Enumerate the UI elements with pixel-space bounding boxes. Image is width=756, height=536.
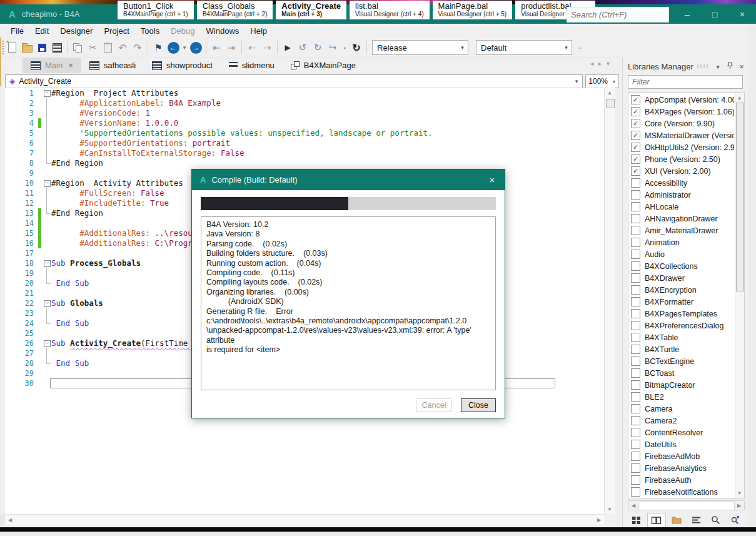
menu-project[interactable]: Project [98,26,134,36]
library-checkbox[interactable] [631,238,640,247]
lib-scroll-left-icon[interactable]: ◀ [628,501,638,510]
comment-icon[interactable]: ⇠ [244,40,260,55]
run-icon[interactable]: ▶ [280,40,295,55]
library-filter-input[interactable] [628,78,738,86]
library-checkbox[interactable] [631,226,640,235]
library-checkbox[interactable]: ✓ [631,166,640,176]
library-checkbox[interactable] [631,404,640,413]
library-checkbox[interactable] [631,440,640,449]
library-checkbox[interactable] [631,368,640,378]
library-item[interactable]: B4XCollections [631,260,734,272]
search-input[interactable] [567,10,686,19]
library-item[interactable]: Camera2 [631,415,734,427]
library-item[interactable]: FirebaseAdMob [631,450,734,462]
library-checkbox[interactable] [631,380,640,390]
export-project-icon[interactable] [49,40,64,55]
library-item[interactable]: Administrator [631,189,734,201]
library-checkbox[interactable] [631,250,640,259]
find-panel-icon[interactable] [707,513,724,527]
bookmark-icon[interactable]: ⚑ [151,40,166,55]
dialog-close-icon[interactable]: × [480,174,505,185]
library-item[interactable]: BitmapCreator [631,379,734,391]
nav-history-dropdown-icon[interactable]: ▾ [181,40,188,55]
library-item[interactable]: BCToast [631,367,734,379]
library-checkbox[interactable] [631,202,640,211]
close-button[interactable]: × [728,4,756,24]
library-item[interactable]: B4XPreferencesDialog [631,320,734,331]
library-checkbox[interactable]: ✓ [631,95,640,104]
menu-tools[interactable]: Tools [135,26,165,36]
libraries-list[interactable]: ▲ ▼ ✓AppCompat (Version: 4.00)✓B4XPages … [628,92,745,498]
library-item[interactable]: BLE2 [631,391,734,403]
zoom-dropdown-icon[interactable]: ▾ [610,79,618,84]
library-checkbox[interactable] [631,475,640,485]
library-checkbox[interactable]: ✓ [631,154,640,164]
scroll-up-icon[interactable]: ▲ [605,88,615,98]
files-panel-icon[interactable] [668,513,685,527]
library-item[interactable]: ✓Core (Version: 9.90) [631,118,734,129]
paste-icon[interactable] [100,40,115,55]
library-checkbox[interactable] [631,261,640,271]
panel-drag-handle[interactable] [697,64,709,68]
library-item[interactable]: ContentResolver [631,427,734,438]
library-checkbox[interactable] [631,392,640,402]
new-file-icon[interactable] [4,40,19,55]
library-item[interactable]: B4XPagesTemplates [631,308,734,320]
library-checkbox[interactable] [631,190,640,200]
lib-scroll-up-icon[interactable]: ▲ [735,93,743,103]
library-item[interactable]: Camera [631,403,734,415]
step-over-icon[interactable]: ↻ [310,40,325,55]
quick-tab[interactable]: Button1_ClickB4XMainPage (ctrl + 1) [118,1,194,19]
compile-dialog-titlebar[interactable]: A Compile (Build: Default) × [192,169,505,190]
libraries-vertical-scrollbar[interactable]: ▲ ▼ [735,93,744,498]
library-checkbox[interactable] [631,214,640,223]
fold-collapse-icon[interactable]: − [44,260,51,267]
tab-scroll-right-icon[interactable]: ▸ [598,60,602,67]
fold-collapse-icon[interactable]: − [44,340,51,347]
library-checkbox[interactable] [631,333,640,342]
library-checkbox[interactable]: ✓ [631,119,640,128]
build-mode-select[interactable]: Default▾ [476,40,572,55]
library-checkbox[interactable] [631,309,640,318]
maximize-button[interactable]: □ [701,4,728,24]
panel-close-icon[interactable]: × [737,62,747,71]
step-out-icon[interactable]: ↪ [325,40,340,55]
editor-vscroll-thumb[interactable] [606,99,615,108]
lib-scroll-down-icon[interactable]: ▼ [735,488,743,498]
quick-tab[interactable]: MainPage.balVisual Designer (ctrl + 5) [433,1,513,19]
library-item[interactable]: DateUtils [631,438,734,450]
editor-zoom-select[interactable]: 100% ▾ [585,74,619,88]
module-tab-showproduct[interactable]: showproduct [144,58,221,73]
library-item[interactable]: ✓AppCompat (Version: 4.00) [631,94,734,106]
search-box[interactable] [567,7,669,23]
menu-windows[interactable]: Windows [201,26,245,36]
step-into-icon[interactable]: ↺ [295,40,310,55]
library-item[interactable]: ✓B4XPages (Version: 1.06) [631,106,734,118]
module-tab-slidmenu[interactable]: slidmenu [221,58,283,73]
menu-designer[interactable]: Designer [54,26,98,36]
library-checkbox[interactable] [631,416,640,425]
tab-scroll-left-icon[interactable]: ◂ [590,60,593,67]
fold-collapse-icon[interactable]: − [44,90,51,97]
menu-help[interactable]: Help [244,26,273,36]
quick-tab[interactable]: list.balVisual Designer (ctrl + 4) [350,1,430,19]
libraries-horizontal-scrollbar[interactable]: ◀ ▶ [628,500,745,510]
libraries-panel-icon[interactable] [647,513,666,528]
library-item[interactable]: Accessibility [631,177,734,189]
rebuild-icon[interactable]: ↻ [349,40,364,55]
open-file-icon[interactable] [19,40,34,55]
minimize-button[interactable]: – [673,4,701,24]
editor-horizontal-scrollbar[interactable]: ◀ ▶ [5,514,604,525]
library-item[interactable]: ✓Phone (Version: 2.50) [631,153,734,165]
pin-icon[interactable] [725,62,735,71]
scroll-right-icon[interactable]: ▶ [594,515,604,525]
build-configuration-select[interactable]: Release▾ [372,40,468,55]
menu-file[interactable]: File [5,26,29,36]
library-checkbox[interactable]: ✓ [631,107,640,116]
library-item[interactable]: ✓OkHttpUtils2 (Version: 2.92) [631,141,734,153]
scope-dropdown-icon[interactable]: ▾ [571,78,582,84]
library-checkbox[interactable] [631,428,640,437]
tab-close-icon[interactable]: × [68,61,73,70]
library-checkbox[interactable] [631,273,640,283]
library-item[interactable]: B4XDrawer [631,272,734,284]
